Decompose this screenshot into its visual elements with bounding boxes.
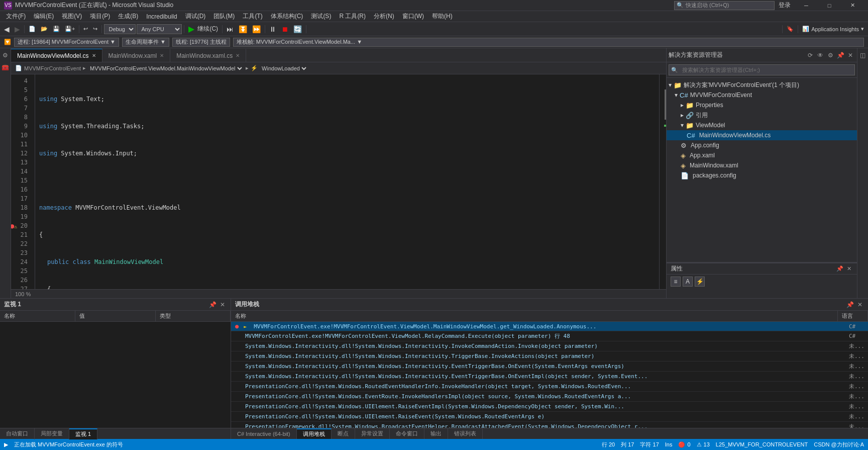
watch-pin-btn[interactable]: 📌 [208, 301, 216, 309]
status-loading[interactable]: 正在加载 MVVMForControlEvent.exe 的符号 [14, 441, 123, 448]
close-button[interactable]: ✕ [841, 0, 864, 11]
stop-btn[interactable]: ⏹ [279, 24, 290, 35]
undo-btn[interactable]: ↩ [81, 24, 90, 35]
debug-config-select[interactable]: Debug [104, 24, 136, 34]
tab-errorlist[interactable]: 错误列表 [448, 428, 483, 439]
right-icon-1[interactable]: ◫ [858, 50, 868, 60]
step-out-btn[interactable]: ⏩ [250, 24, 263, 35]
tree-appxaml[interactable]: ◈ App.xaml [667, 150, 857, 160]
back-btn[interactable]: ◀ [2, 24, 12, 35]
dock-btn[interactable]: 📌 [836, 51, 845, 60]
bookmark-btn[interactable]: 🔖 [785, 24, 796, 35]
app-insights-btn[interactable]: 📊 Application Insights ▾ [800, 24, 866, 35]
menu-analyze[interactable]: 分析(N) [370, 11, 398, 22]
tab-callstack[interactable]: 调用堆栈 [297, 428, 332, 439]
status-char[interactable]: 字符 17 [640, 441, 659, 448]
menu-arch[interactable]: 体系结构(C) [267, 11, 307, 22]
tab-mainwindowviewmodel[interactable]: MainWindowViewModel.cs ✕ [11, 49, 102, 62]
restart-btn[interactable]: 🔄 [291, 24, 304, 35]
callstack-row[interactable]: System.Windows.Interactivity.dll!System.… [231, 351, 868, 362]
close-panel-btn[interactable]: ✕ [846, 51, 855, 60]
tab-mainwindow-xamlcs[interactable]: MainWindow.xaml.cs ✕ [170, 49, 246, 62]
zoom-level[interactable]: 100 % [15, 291, 31, 297]
menu-edit[interactable]: 编辑(E) [30, 11, 58, 22]
new-btn[interactable]: 📄 [27, 24, 38, 35]
tab-close-2[interactable]: ✕ [160, 53, 164, 58]
menu-build[interactable]: 生成(B) [114, 11, 142, 22]
stack-frame-select[interactable]: 堆栈帧: MVVMForControlEvent.ViewModel.Ma...… [233, 38, 864, 47]
maximize-button[interactable]: □ [818, 0, 841, 11]
prop-alpha-btn[interactable]: A [683, 277, 693, 287]
callstack-close-btn[interactable]: ✕ [856, 301, 864, 309]
menu-test[interactable]: 测试(S) [307, 11, 335, 22]
tree-solution[interactable]: ▾ 📁 解决方案'MVVMForControlEvent'(1 个项目) [667, 80, 857, 90]
sync-btn[interactable]: ⟳ [806, 51, 815, 60]
save-all-btn[interactable]: 💾+ [63, 24, 77, 35]
solution-search-input[interactable] [680, 64, 852, 75]
process-select[interactable]: 进程: [19864] MVVMForControlEvent ▼ [14, 38, 119, 47]
status-errors[interactable]: 🔴 0 [678, 441, 690, 448]
tab-breakpoints[interactable]: 断点 [332, 428, 355, 439]
tab-locals[interactable]: 局部变量 [35, 428, 69, 439]
save-btn[interactable]: 💾 [51, 24, 62, 35]
tree-mainwindowviewmodel[interactable]: C# MainWindowViewModel.cs [667, 130, 857, 140]
filter-btn[interactable]: ⚙ [826, 51, 835, 60]
step-over-btn[interactable]: ⏭ [225, 24, 236, 35]
callstack-row[interactable]: MVVMForControlEvent.exe!MVVMForControlEv… [231, 331, 868, 341]
prop-cat-btn[interactable]: ≡ [671, 277, 681, 287]
menu-debug[interactable]: 调试(D) [181, 11, 210, 22]
watch-close-btn[interactable]: ✕ [219, 301, 227, 309]
platform-select[interactable]: Any CPU [137, 24, 182, 34]
callstack-row[interactable]: PresentationFramework.dll!System.Windows… [231, 422, 868, 428]
tab-mainwindow-xaml[interactable]: MainWindow.xaml ✕ [102, 49, 171, 62]
menu-project[interactable]: 项目(P) [86, 11, 114, 22]
tab-watch1[interactable]: 监视 1 [69, 428, 97, 439]
callstack-row[interactable]: PresentationCore.dll!System.Windows.UIEl… [231, 412, 868, 422]
prop-events-btn[interactable]: ⚡ [695, 277, 705, 287]
callstack-row[interactable]: PresentationCore.dll!System.Windows.Rout… [231, 382, 868, 392]
menu-file[interactable]: 文件(F) [2, 11, 30, 22]
callstack-row[interactable]: System.Windows.Interactivity.dll!System.… [231, 341, 868, 351]
tree-packages[interactable]: 📄 packages.config [667, 170, 857, 181]
login-button[interactable]: 登录 [779, 1, 791, 10]
quick-launch[interactable]: 🔍 快速启动 (Ctrl+Q) [674, 1, 775, 10]
menu-tools[interactable]: 工具(T) [239, 11, 266, 22]
tree-viewmodel[interactable]: ▾ 📁 ViewModel [667, 120, 857, 130]
lifecycle-select[interactable]: 生命周期事件 ▼ [122, 38, 169, 47]
code-editor[interactable]: 4 5 6 7 8 9 10 11 12 13 14 15 16 17 18 1… [11, 74, 666, 289]
server-explorer-icon[interactable]: ⚙ [1, 50, 11, 60]
show-all-btn[interactable]: 👁 [816, 51, 825, 60]
status-debug-mode[interactable]: ▶ [4, 441, 8, 448]
tree-project[interactable]: ▾ C# MVVMForControlEvent [667, 90, 857, 100]
tab-cmdwindow[interactable]: 命令窗口 [390, 428, 424, 439]
menu-view[interactable]: 视图(V) [58, 11, 86, 22]
namespace-select[interactable]: MVVMForControlEvent.ViewModel.MainWindow… [88, 63, 244, 73]
menu-rtools[interactable]: R 工具(R) [335, 11, 370, 22]
properties-close-btn[interactable]: ✕ [845, 265, 853, 273]
menu-window[interactable]: 窗口(W) [398, 11, 428, 22]
status-project[interactable]: L25_MVVM_FOR_CONTROLEVENT [716, 441, 808, 447]
callstack-row[interactable]: System.Windows.Interactivity.dll!System.… [231, 372, 868, 382]
code-text[interactable]: using System.Text; using System.Threadin… [35, 74, 659, 289]
toolbox-icon[interactable]: 🧰 [1, 62, 11, 72]
callstack-row[interactable]: System.Windows.Interactivity.dll!System.… [231, 362, 868, 372]
tree-appconfig[interactable]: ⚙ App.config [667, 140, 857, 150]
forward-btn[interactable]: ▶ [13, 24, 22, 35]
open-btn[interactable]: 📂 [39, 24, 50, 35]
thread-select[interactable]: 线程: [19776] 主线程 [172, 38, 230, 47]
status-ins[interactable]: Ins [665, 441, 673, 447]
status-csdn[interactable]: CSDN @力扣讨论·A [814, 441, 864, 448]
tree-references[interactable]: ▸ 🔗 引用 [667, 110, 857, 120]
status-warnings[interactable]: ⚠ 13 [697, 441, 710, 448]
callstack-row[interactable]: PresentationCore.dll!System.Windows.UIEl… [231, 402, 868, 412]
tree-properties[interactable]: ▸ 📁 Properties [667, 100, 857, 110]
minimize-button[interactable]: ─ [795, 0, 818, 11]
tab-close-3[interactable]: ✕ [236, 53, 240, 58]
menu-help[interactable]: 帮助(H) [428, 11, 457, 22]
scroll-thumb[interactable] [665, 89, 666, 120]
pause-btn[interactable]: ⏸ [267, 24, 278, 35]
callstack-row[interactable]: PresentationCore.dll!System.Windows.Even… [231, 392, 868, 402]
step-into-btn[interactable]: ⏬ [237, 24, 249, 35]
tab-output[interactable]: 输出 [424, 428, 448, 439]
callstack-pin-btn[interactable]: 📌 [846, 301, 854, 309]
